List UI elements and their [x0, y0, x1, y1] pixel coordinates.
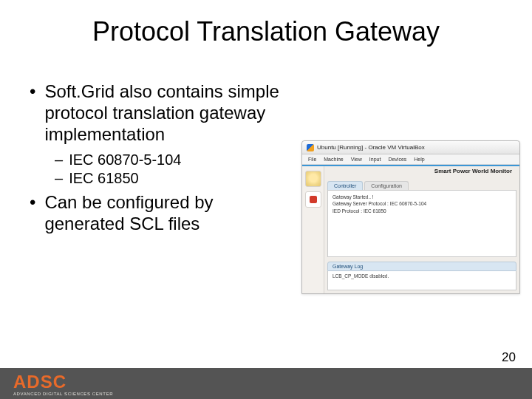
app-main: Smart Power World Monitor Controller Con… — [324, 166, 519, 293]
menu-file[interactable]: File — [308, 157, 316, 162]
window-titlebar: Ubuntu [Running] - Oracle VM VirtualBox — [302, 141, 519, 154]
menu-devices[interactable]: Devices — [388, 157, 406, 162]
menu-help[interactable]: Help — [414, 157, 424, 162]
bullet-dot-icon: • — [30, 192, 35, 235]
log-header: Gateway Log — [327, 262, 516, 271]
bullet-1-text: Soft.Grid also contains simple protocol … — [44, 81, 296, 145]
app-title: Smart Power World Monitor — [324, 166, 519, 178]
bullet-1-sub-1-text: IEC 60870-5-104 — [69, 151, 181, 169]
window-menubar: File Machine View Input Devices Help — [302, 154, 519, 165]
virtualbox-icon — [307, 144, 314, 151]
tab-configuration[interactable]: Configuration — [364, 181, 409, 190]
bullet-1: • Soft.Grid also contains simple protoco… — [30, 81, 296, 145]
bullet-2-text: Can be configured by generated SCL files — [44, 192, 296, 235]
app-tabs: Controller Configuration — [324, 178, 519, 190]
tab-controller[interactable]: Controller — [327, 181, 363, 190]
slide-title: Protocol Translation Gateway — [0, 0, 532, 47]
bullet-dot-icon: • — [30, 81, 35, 145]
stop-button[interactable] — [305, 191, 321, 208]
logo-block: ADSC ADVANCED DIGITAL SCIENCES CENTER — [0, 372, 113, 396]
controller-icon[interactable] — [305, 171, 321, 187]
window-title: Ubuntu [Running] - Oracle VM VirtualBox — [317, 144, 425, 151]
stop-icon — [310, 196, 317, 203]
status-line-3: IED Protocol : IEC 61850 — [332, 208, 511, 214]
adsc-subtitle: ADVANCED DIGITAL SCIENCES CENTER — [13, 392, 113, 396]
status-line-2: Gateway Server Protocol : IEC 60870-5-10… — [332, 200, 511, 207]
status-panel: Gateway Started.. ! Gateway Server Proto… — [327, 190, 516, 257]
dash-icon: – — [55, 151, 63, 169]
bullet-2: • Can be configured by generated SCL fil… — [30, 192, 296, 235]
app-inner: Smart Power World Monitor Controller Con… — [302, 165, 519, 293]
content-column: • Soft.Grid also contains simple protoco… — [30, 81, 296, 241]
adsc-logo: ADSC — [13, 372, 113, 392]
bullet-1-sub-2: – IEC 61850 — [55, 169, 296, 188]
bullet-1-sub-2-text: IEC 61850 — [69, 169, 139, 188]
menu-machine[interactable]: Machine — [324, 157, 343, 162]
dash-icon: – — [55, 169, 63, 188]
page-number: 20 — [502, 350, 516, 365]
status-line-1: Gateway Started.. ! — [332, 194, 511, 200]
slide: Protocol Translation Gateway • Soft.Grid… — [0, 0, 532, 399]
menu-input[interactable]: Input — [369, 157, 381, 162]
footer-bar: ADSC ADVANCED DIGITAL SCIENCES CENTER — [0, 368, 532, 399]
app-sidebar — [302, 166, 324, 293]
log-body: LCB_CP_MODE disabled. — [327, 271, 516, 290]
menu-view[interactable]: View — [351, 157, 362, 162]
bullet-1-sub-1: – IEC 60870-5-104 — [55, 151, 296, 169]
embedded-screenshot: Ubuntu [Running] - Oracle VM VirtualBox … — [301, 140, 520, 294]
